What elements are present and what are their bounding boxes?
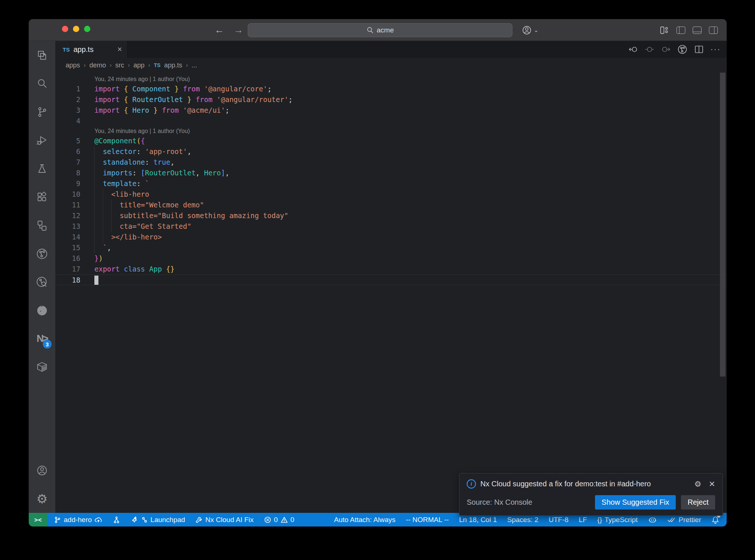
code-line-14[interactable]: 14 ></lib-hero> bbox=[55, 232, 727, 242]
extensions-icon[interactable] bbox=[29, 183, 55, 211]
breadcrumb-file[interactable]: app.ts bbox=[164, 62, 182, 69]
code-line-4[interactable]: 4 bbox=[55, 116, 727, 126]
explorer-icon[interactable] bbox=[29, 41, 55, 69]
codelens[interactable]: You, 24 minutes ago | 1 author (You) bbox=[55, 126, 727, 136]
package-icon[interactable] bbox=[29, 353, 55, 381]
run-debug-icon[interactable] bbox=[29, 126, 55, 154]
code-line-8[interactable]: 8 imports: [RouterOutlet, Hero], bbox=[55, 168, 727, 178]
show-suggested-fix-button[interactable]: Show Suggested Fix bbox=[595, 495, 676, 510]
close-icon[interactable]: ✕ bbox=[709, 480, 715, 489]
nx-run-target-icon[interactable] bbox=[677, 44, 688, 55]
source-control-icon[interactable] bbox=[29, 98, 55, 126]
code-line-11[interactable]: 11 title="Welcmoe demo" bbox=[55, 200, 727, 210]
wrench-icon bbox=[195, 516, 203, 524]
nav-back-icon[interactable] bbox=[629, 45, 638, 54]
code-line-9[interactable]: 9 template: ` bbox=[55, 178, 727, 189]
indent-guide bbox=[94, 242, 95, 253]
nx-graph-icon[interactable] bbox=[29, 239, 55, 268]
graph-search-icon[interactable] bbox=[29, 268, 55, 296]
search-icon bbox=[366, 27, 374, 34]
tab-app-ts[interactable]: TS app.ts × bbox=[55, 41, 128, 58]
line-number: 15 bbox=[55, 242, 80, 253]
git-graph-item[interactable] bbox=[113, 516, 120, 524]
code-line-5[interactable]: 5@Component({ bbox=[55, 136, 727, 146]
code-line-18[interactable]: 18 bbox=[55, 274, 727, 285]
minimize-window-button[interactable] bbox=[73, 26, 79, 32]
code-line-16[interactable]: 16}) bbox=[55, 253, 727, 264]
encoding-item[interactable]: UTF-8 bbox=[549, 516, 568, 524]
nav-location-icon[interactable] bbox=[645, 45, 654, 54]
code-line-15[interactable]: 15 `, bbox=[55, 242, 727, 253]
line-number: 16 bbox=[55, 253, 80, 264]
auto-attach-item[interactable]: Auto Attach: Always bbox=[334, 516, 396, 524]
nx-console-icon[interactable]: N> 3 bbox=[29, 325, 55, 353]
remote-icon: >< bbox=[34, 516, 42, 524]
chevron-right-icon: › bbox=[128, 62, 130, 69]
edge-browser-icon[interactable] bbox=[29, 296, 55, 325]
error-count: 0 bbox=[274, 516, 278, 524]
code-editor[interactable]: You, 24 minutes ago | 1 author (You)1imp… bbox=[55, 73, 727, 513]
launchpad-item[interactable]: Launchpad bbox=[131, 516, 185, 524]
code-line-13[interactable]: 13 cta="Get Started" bbox=[55, 221, 727, 232]
hierarchy-icon[interactable] bbox=[29, 211, 55, 239]
prettier-item[interactable]: Prettier bbox=[667, 516, 701, 524]
indent-guide bbox=[103, 189, 103, 200]
breadcrumb-src[interactable]: src bbox=[115, 62, 124, 69]
close-tab-icon[interactable]: × bbox=[117, 45, 122, 54]
line-number: 7 bbox=[55, 157, 80, 168]
reject-button[interactable]: Reject bbox=[681, 495, 715, 510]
rocket-icon bbox=[131, 516, 139, 524]
toggle-primary-sidebar-button[interactable] bbox=[676, 27, 685, 34]
breadcrumb-app[interactable]: app bbox=[133, 62, 145, 69]
code-line-10[interactable]: 10 <lib-hero bbox=[55, 189, 727, 200]
line-number: 14 bbox=[55, 232, 80, 242]
notification-settings-icon[interactable]: ⚙ bbox=[695, 480, 702, 489]
nx-cloud-fix-item[interactable]: Nx Cloud AI Fix bbox=[195, 516, 254, 524]
chevron-right-icon: › bbox=[109, 62, 111, 69]
code-line-17[interactable]: 17export class App {} bbox=[55, 264, 727, 274]
code-line-7[interactable]: 7 standalone: true, bbox=[55, 157, 727, 168]
git-branch-item[interactable]: add-hero bbox=[54, 516, 102, 524]
code-line-1[interactable]: 1import { Component } from '@angular/cor… bbox=[55, 84, 727, 94]
search-icon[interactable] bbox=[29, 69, 55, 98]
notifications-bell-icon[interactable] bbox=[711, 516, 719, 524]
testing-icon[interactable] bbox=[29, 154, 55, 183]
split-editor-icon[interactable] bbox=[694, 45, 704, 54]
code-line-3[interactable]: 3import { Hero } from '@acme/ui'; bbox=[55, 105, 727, 116]
code-line-2[interactable]: 2import { RouterOutlet } from '@angular/… bbox=[55, 94, 727, 105]
code-line-12[interactable]: 12 subtitle="Build something amazing tod… bbox=[55, 210, 727, 221]
history-back-button[interactable]: ← bbox=[215, 24, 224, 36]
double-check-icon bbox=[667, 517, 676, 523]
notification-source: Source: Nx Console bbox=[467, 498, 595, 507]
cursor-position-item[interactable]: Ln 18, Col 1 bbox=[459, 516, 497, 524]
publish-cloud-icon bbox=[94, 516, 102, 524]
history-forward-button[interactable]: → bbox=[234, 24, 243, 36]
more-actions-icon[interactable]: ··· bbox=[710, 45, 721, 54]
codelens[interactable]: You, 24 minutes ago | 1 author (You) bbox=[55, 74, 727, 84]
account-icon[interactable] bbox=[29, 456, 55, 484]
copilot-item[interactable] bbox=[648, 516, 657, 524]
customize-layout-button[interactable] bbox=[660, 26, 669, 34]
code-line-6[interactable]: 6 selector: 'app-root', bbox=[55, 146, 727, 157]
profile-menu[interactable]: ⌄ bbox=[521, 19, 539, 41]
indent-guide bbox=[94, 189, 95, 200]
language-mode-item[interactable]: {}TypeScript bbox=[597, 516, 637, 524]
vim-mode-item[interactable]: -- NORMAL -- bbox=[406, 516, 449, 524]
toggle-secondary-sidebar-button[interactable] bbox=[709, 27, 718, 34]
close-window-button[interactable] bbox=[62, 26, 68, 32]
command-center-search[interactable]: acme bbox=[248, 23, 512, 37]
breadcrumb-apps[interactable]: apps bbox=[66, 62, 80, 69]
nav-forward-icon[interactable] bbox=[661, 45, 671, 54]
eol-item[interactable]: LF bbox=[579, 516, 587, 524]
problems-item[interactable]: 0 0 bbox=[264, 516, 294, 524]
line-number: 3 bbox=[55, 105, 80, 116]
settings-gear-icon[interactable]: ⚙ bbox=[29, 484, 55, 513]
vertical-scrollbar[interactable] bbox=[720, 73, 726, 377]
breadcrumb-symbol[interactable]: ... bbox=[192, 62, 197, 69]
indentation-item[interactable]: Spaces: 2 bbox=[507, 516, 539, 524]
toggle-panel-button[interactable] bbox=[693, 27, 702, 34]
zoom-window-button[interactable] bbox=[84, 26, 90, 32]
line-number: 11 bbox=[55, 200, 80, 210]
remote-indicator[interactable]: >< bbox=[29, 513, 47, 526]
breadcrumb-demo[interactable]: demo bbox=[89, 62, 106, 69]
